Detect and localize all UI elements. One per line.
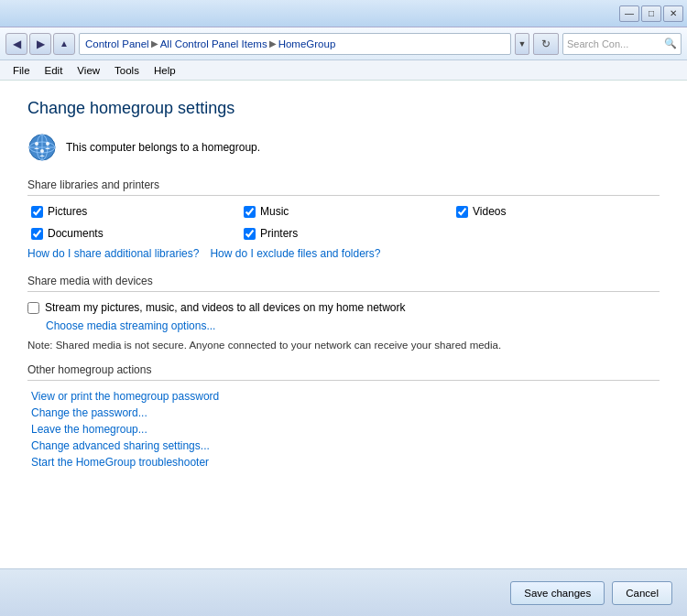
other-actions-section: Other homegroup actions View or print th… — [27, 363, 660, 469]
list-item: Change advanced sharing settings... — [31, 439, 660, 452]
action-leave-homegroup[interactable]: Leave the homegroup... — [31, 423, 147, 436]
checkbox-printers-input[interactable] — [244, 228, 256, 240]
homegroup-info: This computer belongs to a homegroup. — [27, 133, 660, 162]
checkbox-music[interactable]: Music — [244, 205, 447, 218]
list-item: Start the HomeGroup troubleshooter — [31, 456, 660, 469]
action-advanced-sharing[interactable]: Change advanced sharing settings... — [31, 439, 210, 452]
action-view-password[interactable]: View or print the homegroup password — [31, 390, 219, 403]
nav-buttons: ◀ ▶ ▲ — [5, 33, 75, 55]
search-placeholder: Search Con... — [567, 38, 660, 49]
breadcrumb-part2: All Control Panel Items — [160, 38, 267, 49]
other-actions-header: Other homegroup actions — [27, 363, 660, 381]
menu-edit[interactable]: Edit — [38, 63, 71, 78]
close-button[interactable]: ✕ — [663, 5, 683, 22]
link-exclude-files[interactable]: How do I exclude files and folders? — [210, 247, 380, 260]
section-media: Share media with devices Stream my pictu… — [27, 275, 660, 351]
other-actions-list: View or print the homegroup password Cha… — [27, 390, 660, 469]
list-item: Leave the homegroup... — [31, 423, 660, 436]
link-share-libraries[interactable]: How do I share additional libraries? — [27, 247, 199, 260]
choose-streaming-link[interactable]: Choose media streaming options... — [46, 319, 215, 332]
note-text: Note: Shared media is not secure. Anyone… — [27, 340, 660, 351]
list-item: Change the password... — [31, 406, 660, 419]
stream-checkbox[interactable] — [27, 302, 39, 314]
checkbox-pictures-label: Pictures — [48, 205, 87, 218]
svg-point-5 — [35, 142, 38, 146]
checkbox-documents-input[interactable] — [31, 228, 43, 240]
stream-label: Stream my pictures, music, and videos to… — [45, 301, 406, 314]
maximize-button[interactable]: □ — [641, 5, 661, 22]
breadcrumb[interactable]: Control Panel ▶ All Control Panel Items … — [79, 33, 511, 55]
search-icon[interactable]: 🔍 — [664, 38, 677, 49]
section-share-header: Share libraries and printers — [27, 178, 660, 196]
svg-point-6 — [46, 142, 49, 146]
save-changes-button[interactable]: Save changes — [510, 581, 605, 605]
list-item: View or print the homegroup password — [31, 390, 660, 403]
search-box: Search Con... 🔍 — [562, 33, 682, 55]
menu-file[interactable]: File — [5, 63, 38, 78]
breadcrumb-part1: Control Panel — [85, 38, 149, 49]
back-button[interactable]: ◀ — [5, 33, 27, 55]
checkbox-printers-label: Printers — [260, 227, 298, 240]
checkbox-pictures-input[interactable] — [31, 206, 43, 218]
minimize-button[interactable]: — — [619, 5, 639, 22]
address-bar: ◀ ▶ ▲ Control Panel ▶ All Control Panel … — [0, 27, 687, 60]
window-controls: — □ ✕ — [619, 5, 683, 22]
breadcrumb-part3: HomeGroup — [278, 38, 336, 49]
menu-tools[interactable]: Tools — [107, 63, 147, 78]
cancel-button[interactable]: Cancel — [612, 581, 672, 605]
checkbox-printers[interactable]: Printers — [244, 227, 447, 240]
main-content: Change homegroup settings This computer … — [0, 81, 687, 616]
checkbox-videos-input[interactable] — [456, 206, 468, 218]
checkboxes-grid: Pictures Music Videos Documents Printers — [27, 205, 660, 240]
svg-point-7 — [40, 149, 44, 153]
homegroup-icon — [27, 133, 57, 162]
address-dropdown[interactable]: ▼ — [515, 33, 529, 55]
menu-bar: File Edit View Tools Help — [0, 60, 687, 81]
checkbox-documents-label: Documents — [48, 227, 104, 240]
menu-help[interactable]: Help — [147, 63, 183, 78]
refresh-button[interactable]: ↻ — [533, 33, 559, 55]
action-change-password[interactable]: Change the password... — [31, 406, 147, 419]
footer: Save changes Cancel — [0, 568, 687, 616]
homegroup-info-text: This computer belongs to a homegroup. — [66, 141, 260, 154]
checkbox-videos[interactable]: Videos — [456, 205, 660, 218]
checkbox-music-label: Music — [260, 205, 289, 218]
title-bar: — □ ✕ — [0, 0, 687, 27]
checkbox-music-input[interactable] — [244, 206, 256, 218]
up-button[interactable]: ▲ — [53, 33, 75, 55]
action-troubleshooter[interactable]: Start the HomeGroup troubleshooter — [31, 456, 209, 469]
menu-view[interactable]: View — [70, 63, 107, 78]
forward-button[interactable]: ▶ — [29, 33, 51, 55]
checkbox-videos-label: Videos — [473, 205, 506, 218]
section-media-header: Share media with devices — [27, 275, 660, 292]
content-area: Change homegroup settings This computer … — [0, 81, 687, 568]
stream-row: Stream my pictures, music, and videos to… — [27, 301, 660, 314]
breadcrumb-sep2: ▶ — [269, 38, 277, 49]
breadcrumb-sep1: ▶ — [151, 38, 158, 49]
page-title: Change homegroup settings — [27, 99, 660, 118]
checkbox-documents[interactable]: Documents — [31, 227, 234, 240]
links-row: How do I share additional libraries? How… — [27, 247, 660, 260]
checkbox-pictures[interactable]: Pictures — [31, 205, 234, 218]
